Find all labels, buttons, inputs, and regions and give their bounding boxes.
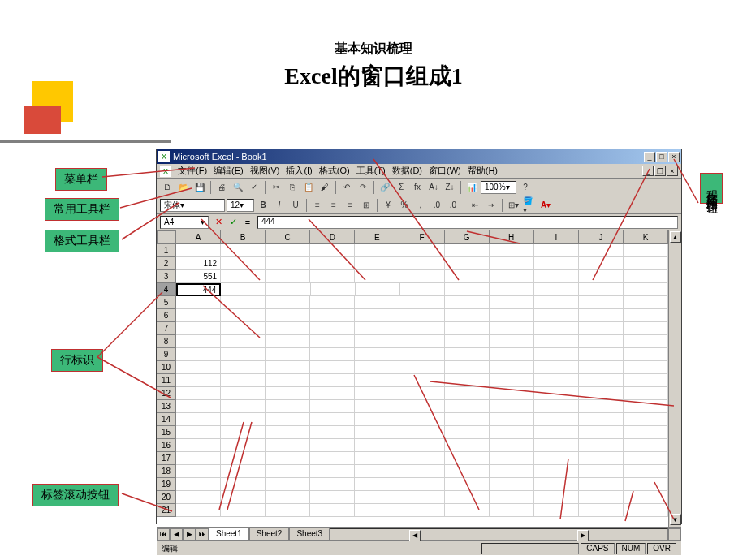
cell[interactable]: [221, 244, 266, 257]
align-left-icon[interactable]: ≡: [310, 198, 325, 213]
cell[interactable]: [579, 504, 624, 517]
font-color-icon[interactable]: A▾: [538, 198, 553, 213]
cell[interactable]: [221, 348, 266, 361]
cell[interactable]: [534, 439, 579, 452]
cell[interactable]: [266, 296, 310, 309]
cell[interactable]: [266, 270, 310, 283]
row-header[interactable]: 15: [157, 426, 176, 439]
cell[interactable]: [445, 387, 490, 400]
cell[interactable]: [355, 400, 399, 413]
cell[interactable]: [355, 504, 399, 517]
cell[interactable]: [579, 309, 624, 322]
menu-insert[interactable]: 插入(I): [286, 165, 312, 177]
menu-view[interactable]: 视图(V): [250, 165, 280, 177]
autocalc-area[interactable]: [481, 543, 579, 554]
cell[interactable]: [579, 322, 624, 335]
column-header[interactable]: K: [624, 230, 668, 244]
cell[interactable]: [399, 348, 444, 361]
cell[interactable]: [355, 348, 399, 361]
cell[interactable]: [176, 478, 221, 491]
cell[interactable]: [399, 244, 444, 257]
cell[interactable]: [399, 257, 444, 270]
cell[interactable]: [624, 504, 668, 517]
row-header[interactable]: 16: [157, 439, 176, 452]
autosum-icon[interactable]: Σ: [394, 180, 408, 195]
cell[interactable]: [176, 452, 221, 465]
cell[interactable]: [445, 296, 490, 309]
formula-input[interactable]: 444: [257, 216, 678, 229]
cell[interactable]: [624, 413, 668, 426]
doc-minimize-button[interactable]: _: [642, 166, 654, 176]
cell[interactable]: [310, 374, 355, 387]
cell[interactable]: [310, 439, 355, 452]
row-header[interactable]: 14: [157, 413, 176, 426]
select-all-corner[interactable]: [157, 230, 176, 244]
doc-close-button[interactable]: ×: [667, 166, 678, 176]
cell[interactable]: [534, 400, 579, 413]
cell[interactable]: [445, 283, 490, 296]
cell[interactable]: [176, 387, 221, 400]
cell[interactable]: [355, 452, 399, 465]
undo-icon[interactable]: ↶: [339, 180, 354, 195]
column-header[interactable]: C: [266, 230, 310, 244]
cell[interactable]: [310, 361, 355, 374]
row-header[interactable]: 17: [157, 452, 176, 465]
cell[interactable]: [266, 257, 310, 270]
cell[interactable]: [490, 426, 534, 439]
scroll-up-icon[interactable]: ▲: [670, 231, 681, 243]
cell[interactable]: [579, 374, 624, 387]
cell[interactable]: [266, 400, 310, 413]
cell[interactable]: [266, 504, 310, 517]
cell[interactable]: [355, 387, 399, 400]
cell[interactable]: [490, 413, 534, 426]
cell[interactable]: 551: [176, 270, 221, 283]
column-header[interactable]: A: [176, 230, 221, 244]
new-icon[interactable]: 🗋: [160, 180, 175, 195]
cell[interactable]: [624, 478, 668, 491]
merge-icon[interactable]: ⊞: [359, 198, 374, 213]
cell[interactable]: [399, 491, 444, 504]
cell[interactable]: [266, 244, 310, 257]
column-header[interactable]: B: [221, 230, 266, 244]
cell[interactable]: [579, 400, 624, 413]
cell[interactable]: [534, 452, 579, 465]
cell[interactable]: [445, 400, 490, 413]
cell[interactable]: [221, 491, 266, 504]
cell[interactable]: [445, 244, 490, 257]
cell[interactable]: [534, 387, 579, 400]
cell[interactable]: [310, 296, 355, 309]
font-name-combo[interactable]: 宋体 ▾: [160, 199, 225, 212]
cell[interactable]: [534, 296, 579, 309]
cell[interactable]: [266, 283, 310, 296]
cell[interactable]: [624, 296, 668, 309]
cell[interactable]: [310, 335, 355, 348]
zoom-combo[interactable]: 100%▾: [481, 181, 516, 194]
cell[interactable]: [221, 283, 266, 296]
cell[interactable]: [266, 491, 310, 504]
cell[interactable]: [490, 348, 534, 361]
cell[interactable]: [579, 465, 624, 478]
cell[interactable]: [445, 452, 490, 465]
cell[interactable]: [579, 491, 624, 504]
cell[interactable]: [266, 426, 310, 439]
cell[interactable]: [355, 491, 399, 504]
cell[interactable]: [310, 504, 355, 517]
enter-icon[interactable]: ✓: [227, 216, 240, 229]
cell[interactable]: [399, 465, 444, 478]
menu-help[interactable]: 帮助(H): [468, 165, 498, 177]
cell[interactable]: [399, 322, 444, 335]
cell[interactable]: [310, 452, 355, 465]
tab-next-icon[interactable]: ▶: [183, 528, 196, 541]
cell[interactable]: [221, 335, 266, 348]
cell[interactable]: [356, 283, 400, 296]
cell[interactable]: [579, 348, 624, 361]
cell[interactable]: [266, 387, 310, 400]
cell[interactable]: [624, 374, 668, 387]
cell[interactable]: [355, 296, 399, 309]
cell[interactable]: [355, 335, 399, 348]
cell[interactable]: [490, 244, 534, 257]
row-header[interactable]: 12: [157, 387, 176, 400]
cell[interactable]: [355, 374, 399, 387]
menu-file[interactable]: 文件(F): [178, 165, 207, 177]
cell[interactable]: [355, 270, 399, 283]
